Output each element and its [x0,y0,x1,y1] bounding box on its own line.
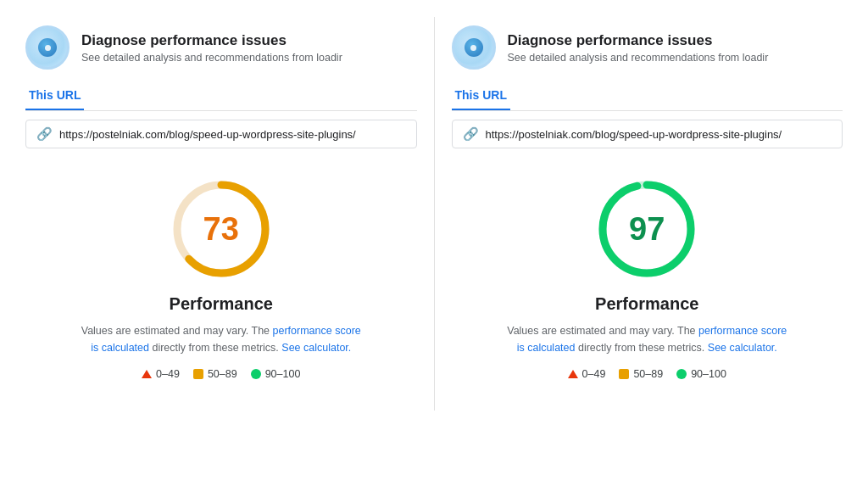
legend-item-orange-left: 50–89 [193,368,237,380]
logo-dot-left [45,45,51,51]
header-left: Diagnose performance issues See detailed… [25,25,417,70]
perf-desc-right: Values are estimated and may vary. The p… [503,322,791,356]
logo-inner-left [38,38,57,57]
header-text-left: Diagnose performance issues See detailed… [81,31,342,64]
header-subtitle-right: See detailed analysis and recommendation… [508,52,769,64]
header-subtitle-left: See detailed analysis and recommendation… [81,52,342,64]
legend-range-red-left: 0–49 [156,368,180,380]
url-bar-right[interactable]: 🔗 https://postelniak.com/blog/speed-up-w… [452,120,843,148]
legend-item-orange-right: 50–89 [619,368,663,380]
gauge-left: 73 [166,174,276,284]
legend-right: 0–49 50–89 90–100 [568,368,726,380]
perf-desc-left: Values are estimated and may vary. The p… [77,322,365,356]
logo-inner-right [465,38,483,57]
score-section-right: 97 Performance Values are estimated and … [452,174,843,380]
panels-container: Diagnose performance issues See detailed… [8,17,860,411]
legend-item-red-left: 0–49 [142,368,180,380]
tabs-right: This URL [452,81,843,111]
link-icon-right: 🔗 [463,126,479,142]
legend-item-green-right: 90–100 [676,368,726,380]
legend-square-right [619,369,629,379]
score-number-right: 97 [629,211,665,248]
link-icon-left: 🔗 [36,126,53,142]
legend-range-green-right: 90–100 [691,368,726,380]
header-text-right: Diagnose performance issues See detailed… [508,31,769,64]
panel-left: Diagnose performance issues See detailed… [8,17,435,411]
legend-item-red-right: 0–49 [568,368,606,380]
panel-right: Diagnose performance issues See detailed… [435,17,860,411]
legend-range-orange-right: 50–89 [633,368,663,380]
legend-circle-right [676,369,687,379]
legend-range-red-right: 0–49 [582,368,606,380]
score-number-left: 73 [203,211,239,248]
tab-this-url-left[interactable]: This URL [25,81,84,110]
legend-left: 0–49 50–89 90–100 [142,368,300,380]
legend-triangle-right [568,370,578,378]
header-title-left: Diagnose performance issues [81,31,342,50]
calculator-link-left[interactable]: See calculator. [281,342,351,354]
legend-range-orange-left: 50–89 [208,368,237,380]
performance-label-right: Performance [595,294,698,314]
logo-icon-left [25,25,70,70]
legend-range-green-left: 90–100 [265,368,301,380]
tab-this-url-right[interactable]: This URL [452,81,510,110]
url-bar-left[interactable]: 🔗 https://postelniak.com/blog/speed-up-w… [25,120,417,148]
legend-item-green-left: 90–100 [251,368,301,380]
header-right: Diagnose performance issues See detailed… [452,25,843,70]
desc-mid-right: directly from these metrics. [578,342,708,354]
logo-icon-right [452,25,496,70]
performance-label-left: Performance [170,294,273,314]
legend-circle-left [251,369,261,379]
gauge-right: 97 [592,174,702,284]
legend-square-left [193,369,203,379]
tabs-left: This URL [25,81,417,111]
legend-triangle-left [142,370,152,378]
desc-text-right: Values are estimated and may vary. The [507,325,698,337]
url-text-left: https://postelniak.com/blog/speed-up-wor… [59,128,356,141]
header-title-right: Diagnose performance issues [508,31,769,50]
url-text-right: https://postelniak.com/blog/speed-up-wor… [486,128,782,141]
calculator-link-right[interactable]: See calculator. [708,342,777,354]
desc-mid-left: directly from these metrics. [152,342,281,354]
logo-dot-right [470,45,476,51]
score-section-left: 73 Performance Values are estimated and … [25,174,417,380]
desc-text-left: Values are estimated and may vary. The [81,325,273,337]
